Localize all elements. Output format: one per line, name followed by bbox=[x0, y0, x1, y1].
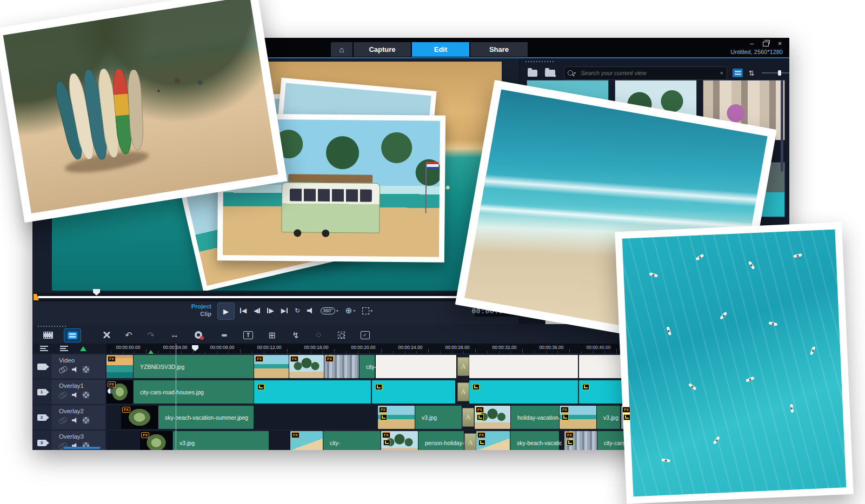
title-editor-icon[interactable]: T bbox=[240, 328, 256, 341]
track-type-cell[interactable]: 2 bbox=[32, 405, 51, 429]
track-transparency-icon[interactable] bbox=[83, 417, 89, 424]
fit-project-icon[interactable]: ↔ bbox=[167, 328, 183, 341]
track-manager-icon[interactable] bbox=[40, 346, 48, 352]
timeline-clip[interactable]: v3.jpg bbox=[597, 406, 620, 429]
toolbar-drag-handle[interactable] bbox=[38, 326, 66, 327]
undo-icon[interactable]: ↶ bbox=[121, 328, 137, 341]
timeline-clip[interactable]: FX bbox=[381, 431, 418, 450]
link-icon[interactable] bbox=[58, 391, 68, 399]
project-mode-label[interactable]: Project bbox=[185, 303, 211, 310]
go-to-end-button[interactable]: ▶ bbox=[281, 307, 288, 314]
360-video-button[interactable]: 360°▾ bbox=[321, 307, 338, 314]
add-folder-icon[interactable] bbox=[545, 70, 555, 77]
timeline-clip[interactable] bbox=[372, 380, 455, 404]
timeline-clip[interactable]: A bbox=[462, 408, 474, 427]
timeline-clip[interactable]: sky-beach-vacation bbox=[510, 431, 559, 450]
hidpi-globe-button[interactable]: ⊕▾ bbox=[345, 306, 356, 315]
timeline-clip[interactable]: FX bbox=[107, 380, 133, 404]
timeline-clip[interactable]: holiday-vacation-ho bbox=[511, 406, 559, 429]
timeline-clip[interactable]: FX bbox=[564, 431, 597, 450]
timeline-clip[interactable]: FX bbox=[254, 355, 289, 378]
track-filter-icon[interactable] bbox=[60, 346, 68, 352]
timeline-clip[interactable]: sky-beach-vacation-summer.jpeg bbox=[158, 406, 254, 429]
timeline-clip[interactable]: FX bbox=[324, 355, 359, 378]
next-frame-button[interactable]: ▶ bbox=[267, 307, 274, 314]
clip-mode-label[interactable]: Clip bbox=[185, 311, 211, 317]
track-type-cell[interactable]: 1 bbox=[32, 380, 51, 404]
tab-capture[interactable]: Capture bbox=[354, 42, 411, 57]
track-name: Overlay2 bbox=[59, 408, 105, 414]
timeline-clip[interactable]: FX bbox=[289, 355, 324, 378]
mix-tools-icon[interactable] bbox=[98, 328, 115, 341]
track-transparency-icon[interactable] bbox=[83, 366, 89, 373]
add-marker-icon[interactable] bbox=[80, 346, 86, 351]
timeline-clip[interactable]: A bbox=[457, 357, 469, 376]
mask-creator-icon[interactable] bbox=[333, 328, 349, 341]
timeline-clip[interactable]: city- bbox=[360, 355, 375, 378]
import-media-icon[interactable] bbox=[528, 70, 537, 77]
go-to-start-button[interactable]: ◀ bbox=[240, 307, 247, 314]
timeline-view-icon[interactable] bbox=[64, 328, 81, 342]
redo-icon[interactable]: ↷ bbox=[143, 328, 159, 341]
search-input[interactable] bbox=[580, 69, 720, 77]
sort-icon[interactable]: ⇅ bbox=[748, 69, 754, 77]
scrub-bar[interactable] bbox=[38, 296, 470, 298]
timeline-clip[interactable] bbox=[469, 355, 578, 378]
list-view-toggle-icon[interactable] bbox=[733, 69, 743, 77]
timeline-clip[interactable] bbox=[376, 355, 456, 378]
capture-frame-button[interactable]: ▾ bbox=[362, 307, 372, 314]
restore-button[interactable] bbox=[763, 42, 769, 46]
timeline-horizontal-scrollbar[interactable] bbox=[64, 447, 101, 449]
panel-drag-handle[interactable] bbox=[525, 61, 554, 62]
mute-icon[interactable] bbox=[72, 367, 78, 372]
tab-share[interactable]: Share bbox=[470, 42, 528, 57]
timeline-clip[interactable]: FX bbox=[107, 355, 133, 378]
track-type-cell[interactable] bbox=[32, 354, 51, 379]
timeline-clip[interactable] bbox=[254, 380, 371, 404]
tab-edit[interactable]: Edit bbox=[412, 42, 469, 57]
mute-icon[interactable] bbox=[72, 418, 78, 423]
timeline-clip[interactable]: FX bbox=[290, 431, 323, 450]
mute-icon[interactable] bbox=[72, 392, 78, 398]
repeat-button[interactable]: ↻ bbox=[295, 307, 300, 314]
library-scrollbar[interactable] bbox=[781, 80, 783, 172]
timeline-clip[interactable]: city- bbox=[323, 431, 381, 450]
search-clear-icon[interactable]: × bbox=[720, 70, 723, 76]
link-icon[interactable] bbox=[58, 366, 68, 373]
motion-tracking-icon[interactable]: ↯ bbox=[288, 328, 304, 341]
scrub-playhead-marker[interactable] bbox=[93, 289, 100, 295]
timeline-clip[interactable]: FX bbox=[476, 431, 510, 450]
close-button[interactable]: × bbox=[778, 40, 782, 48]
timeline-clip[interactable]: A bbox=[464, 433, 476, 450]
link-icon[interactable] bbox=[58, 416, 68, 424]
instant-project-icon[interactable]: ●●● bbox=[215, 328, 231, 341]
track-transparency-icon[interactable] bbox=[83, 392, 89, 398]
play-button[interactable]: ▶ bbox=[217, 303, 235, 320]
timeline-clip[interactable]: v3.jpg bbox=[415, 406, 462, 429]
record-capture-icon[interactable] bbox=[190, 328, 207, 341]
timeline-clip[interactable]: v3.jpg bbox=[173, 431, 269, 450]
previous-frame-button[interactable]: ◀ bbox=[254, 307, 260, 314]
playhead[interactable] bbox=[176, 344, 176, 450]
track-type-cell[interactable]: 3 bbox=[32, 431, 51, 450]
timeline-clip[interactable]: FX bbox=[121, 406, 158, 429]
timeline-clip[interactable]: city-cars-road-houses.jpg bbox=[134, 380, 254, 404]
home-tab[interactable]: ⌂ bbox=[331, 42, 352, 57]
chapter-marker[interactable] bbox=[148, 350, 154, 354]
timeline-clip[interactable]: person-holiday-vac bbox=[418, 431, 464, 450]
project-title: Untitled, 2560*1280 bbox=[730, 49, 783, 55]
loop-region-icon[interactable]: ◌ bbox=[310, 328, 327, 341]
timeline-clip[interactable]: FX bbox=[378, 406, 415, 429]
storyboard-view-icon[interactable] bbox=[40, 328, 56, 341]
thumbnail-size-slider[interactable] bbox=[762, 72, 789, 73]
timeline-clip[interactable]: FX bbox=[140, 431, 172, 450]
timeline-clip[interactable] bbox=[469, 380, 578, 404]
timeline-clip[interactable]: YZBNEISV3D.jpg bbox=[134, 355, 254, 378]
timeline-clip[interactable]: A bbox=[457, 382, 469, 401]
minimize-button[interactable]: – bbox=[750, 40, 754, 48]
timeline-clip[interactable]: FX bbox=[560, 406, 596, 429]
split-screen-template-icon[interactable]: ⊞ bbox=[264, 328, 280, 341]
enhance-icon[interactable]: ✓ bbox=[357, 328, 373, 341]
timeline-clip[interactable]: FX bbox=[475, 406, 510, 429]
volume-icon[interactable] bbox=[307, 308, 314, 314]
